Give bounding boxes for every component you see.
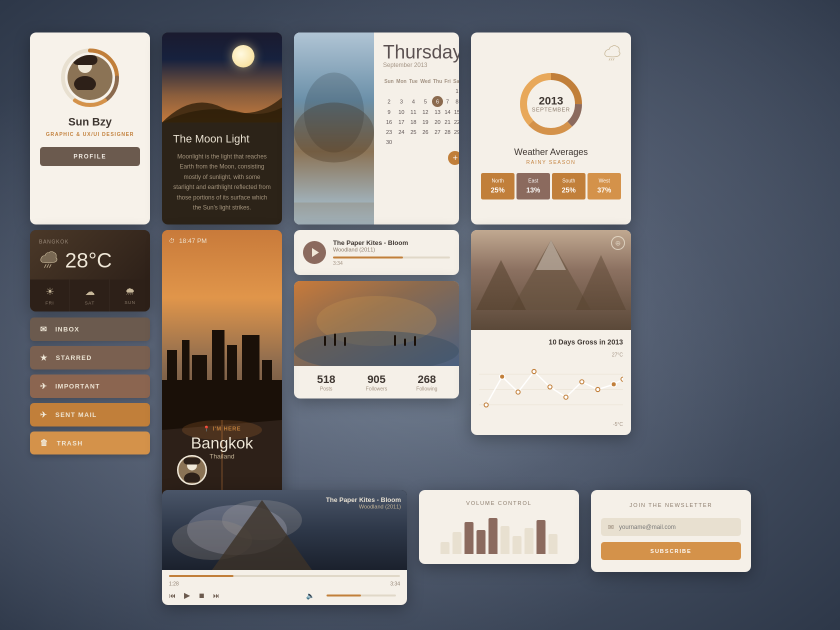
svg-rect-20 xyxy=(167,350,177,400)
photo-chart-card: ⊕ 10 Days Gross in 2013 27°C xyxy=(471,230,631,435)
map-card: ⏱ 18:47 PM 📍 I'M HERE Bangkok Thailand xyxy=(162,230,282,500)
vol-bar-6[interactable] xyxy=(500,526,510,554)
vol-bar-9[interactable] xyxy=(536,520,546,554)
svg-rect-36 xyxy=(344,337,346,346)
weather-top-icon xyxy=(481,42,621,64)
weather-avg-title: Weather Averages xyxy=(481,147,621,158)
weather-widget: BANGKOK 28°C ☀ FRI xyxy=(30,230,150,312)
avatar-ring xyxy=(60,48,120,108)
svg-rect-3 xyxy=(72,55,98,65)
volume-icon[interactable]: 🔈 xyxy=(306,592,314,600)
svg-line-17 xyxy=(50,264,51,268)
svg-point-29 xyxy=(184,472,200,482)
subscribe-button[interactable]: SUBSCRIBE xyxy=(601,542,741,560)
calendar-day: Thursday xyxy=(383,42,459,62)
video-player: The Paper Kites - Bloom Woodland (2011) … xyxy=(162,490,407,605)
sent-icon: ✈ xyxy=(40,410,48,420)
weather-main: BANGKOK 28°C xyxy=(30,230,150,280)
svg-rect-35 xyxy=(334,334,336,346)
profile-name: Sun Bzy xyxy=(40,116,140,128)
starred-button[interactable]: ★ STARRED xyxy=(30,346,150,370)
music-info: The Paper Kites - Bloom Woodland (2011) … xyxy=(333,239,450,266)
video-song: The Paper Kites - Bloom xyxy=(326,496,401,504)
posts-count: 518 xyxy=(301,373,352,386)
vol-bar-7[interactable] xyxy=(512,536,522,554)
play-button-small[interactable] xyxy=(303,241,326,264)
social-image xyxy=(294,281,459,366)
newsletter-input-wrapper: ✉ xyxy=(601,518,741,536)
weather-temp-row: 28°C xyxy=(39,248,141,272)
video-total-time: 3:34 xyxy=(390,581,400,586)
stat-south: South 25% xyxy=(552,173,586,200)
profile-title: GRAPHIC & UX/UI DESIGNER xyxy=(40,132,140,137)
video-thumbnail: The Paper Kites - Bloom Woodland (2011) xyxy=(162,490,407,570)
music-song-title: The Paper Kites - Bloom xyxy=(333,239,450,246)
vol-bar-3[interactable] xyxy=(464,522,474,554)
map-avatar xyxy=(177,455,207,485)
calendar-card: Thursday September 2013 Sun Mon Tue Wed … xyxy=(294,32,459,224)
vol-bar-1[interactable] xyxy=(440,542,450,554)
followers-stat: 905 Followers xyxy=(352,373,402,392)
svg-rect-21 xyxy=(182,340,190,400)
volume-title: VOLUME CONTROL xyxy=(429,500,569,506)
trash-button[interactable]: 🗑 TRASH xyxy=(30,432,150,454)
profile-button[interactable]: PROFILE xyxy=(40,147,140,166)
important-icon: ✈ xyxy=(40,382,48,391)
following-count: 268 xyxy=(402,373,452,386)
social-stats: 518 Posts 905 Followers 268 Following xyxy=(294,366,459,398)
vol-bar-10[interactable] xyxy=(548,534,558,554)
weather-avg-subtitle: RAINY SEASON xyxy=(481,160,621,165)
svg-point-52 xyxy=(548,385,552,389)
svg-point-50 xyxy=(516,390,520,394)
video-play-button[interactable]: ▶ xyxy=(184,590,190,600)
newsletter-title: JOIN THE NEWSLETTER xyxy=(601,502,741,508)
weather-day-sun: 🌧 SUN xyxy=(110,280,150,312)
moon-card: The Moon Light Moonlight is the light th… xyxy=(162,32,282,224)
social-card: 518 Posts 905 Followers 268 Following xyxy=(294,281,459,398)
video-overlay-text: The Paper Kites - Bloom Woodland (2011) xyxy=(326,496,401,510)
vol-bar-2[interactable] xyxy=(452,532,462,554)
svg-point-55 xyxy=(596,388,600,392)
video-control-row: ⏮ ▶ ⏹ ⏭ 🔈 xyxy=(169,590,400,600)
video-current-time: 1:28 xyxy=(169,581,178,586)
weather-stats: North 25% East 13% South 25% West 37% xyxy=(481,173,621,200)
svg-rect-38 xyxy=(404,338,406,346)
calendar-image xyxy=(294,32,374,224)
chart-title: 10 Days Gross in 2013 xyxy=(479,338,623,346)
avatar xyxy=(68,55,112,100)
moon-image xyxy=(162,32,282,122)
following-stat: 268 Following xyxy=(402,373,452,392)
music-progress-bar[interactable] xyxy=(333,256,450,258)
email-input[interactable] xyxy=(619,524,734,530)
posts-stat: 518 Posts xyxy=(301,373,352,392)
music-album: Woodland (2011) xyxy=(333,246,450,252)
svg-point-49 xyxy=(500,374,504,379)
profile-card: Sun Bzy GRAPHIC & UX/UI DESIGNER PROFILE xyxy=(30,32,150,224)
posts-label: Posts xyxy=(301,386,352,392)
volume-card: VOLUME CONTROL xyxy=(419,490,579,564)
svg-rect-34 xyxy=(324,336,326,346)
rewind-button[interactable]: ⏮ xyxy=(169,592,176,600)
important-button[interactable]: ✈ IMPORTANT xyxy=(30,374,150,398)
stop-button[interactable]: ⏹ xyxy=(198,592,205,600)
video-progress-bar[interactable] xyxy=(169,575,400,577)
svg-point-53 xyxy=(564,395,568,399)
vol-bar-8[interactable] xyxy=(524,528,534,554)
mail-sidebar: ✉ INBOX ★ STARRED ✈ IMPORTANT ✈ SENT MAI… xyxy=(30,318,150,454)
inbox-button[interactable]: ✉ INBOX xyxy=(30,318,150,341)
donut-center: 2013 SEPTEMBER xyxy=(532,96,570,112)
vol-bar-4[interactable] xyxy=(476,530,486,554)
chart-min-label: -5°C xyxy=(613,422,623,427)
svg-line-9 xyxy=(613,58,614,60)
vol-bar-5[interactable] xyxy=(488,518,498,554)
moon-icon xyxy=(232,45,254,68)
add-event-button[interactable]: + xyxy=(448,151,459,165)
donut-chart: 2013 SEPTEMBER xyxy=(516,69,586,139)
map-time: ⏱ 18:47 PM xyxy=(169,237,207,244)
music-time: 3:34 xyxy=(333,260,450,266)
svg-point-51 xyxy=(532,370,536,374)
sent-mail-button[interactable]: ✈ SENT MAIL xyxy=(30,403,150,426)
moon-title: The Moon Light xyxy=(173,132,271,146)
fast-forward-button[interactable]: ⏭ xyxy=(213,592,220,600)
video-time-row: 1:28 3:34 xyxy=(169,581,400,586)
